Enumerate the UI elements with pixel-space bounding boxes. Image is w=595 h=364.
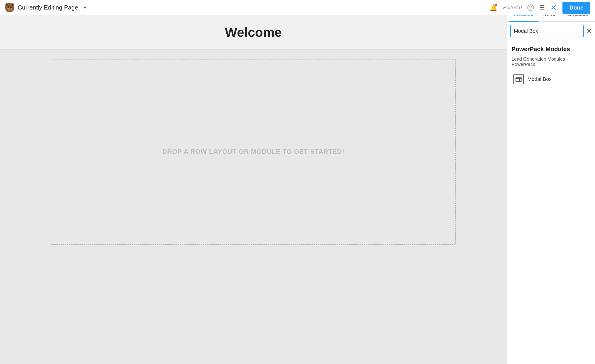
edited-label: Edited 0 — [503, 5, 522, 11]
logo-area: Currently Editing Page ▾ — [5, 3, 86, 13]
drop-zone[interactable]: DROP A ROW LAYOUT OR MODULE TO GET START… — [51, 59, 456, 245]
module-category-label: Lead Generation Modules - PowerPack — [511, 56, 590, 67]
top-bar: Currently Editing Page ▾ 🔔 Edited 0 ? ☰ … — [0, 0, 595, 15]
search-area: ✕ — [507, 21, 595, 41]
notification-dot — [495, 4, 497, 6]
editing-page-label: Currently Editing Page — [18, 4, 78, 11]
help-icon[interactable]: ? — [527, 4, 534, 11]
svg-rect-9 — [516, 77, 521, 82]
welcome-title: Welcome — [0, 25, 507, 40]
done-button[interactable]: Done — [562, 2, 590, 14]
right-panel: Modules Rows Templates Saved ✕ PowerPack… — [507, 0, 595, 364]
module-search-input[interactable] — [510, 25, 584, 37]
welcome-section: Welcome — [0, 15, 507, 49]
main-canvas: Welcome DROP A ROW LAYOUT OR MODULE TO G… — [0, 15, 507, 364]
svg-point-8 — [9, 8, 11, 9]
list-icon[interactable]: ☰ — [539, 4, 545, 11]
svg-point-6 — [8, 7, 9, 8]
panel-content: PowerPack Modules Lead Generation Module… — [507, 41, 595, 364]
modal-box-label: Modal Box — [527, 76, 552, 82]
svg-point-4 — [12, 4, 14, 6]
search-clear-button[interactable]: ✕ — [586, 28, 592, 35]
drop-zone-text: DROP A ROW LAYOUT OR MODULE TO GET START… — [162, 148, 344, 155]
bear-logo — [5, 3, 15, 13]
svg-point-3 — [6, 4, 8, 6]
close-editor-button[interactable]: ✕ — [550, 4, 557, 12]
notification-bell[interactable]: 🔔 — [489, 4, 497, 11]
chevron-down-icon[interactable]: ▾ — [84, 5, 86, 11]
top-bar-right: 🔔 Edited 0 ? ☰ ✕ Done — [489, 2, 590, 14]
svg-point-7 — [10, 7, 12, 8]
modal-box-icon — [513, 74, 524, 84]
module-item-modal-box[interactable]: Modal Box — [511, 72, 590, 87]
module-group-title: PowerPack Modules — [511, 46, 590, 53]
